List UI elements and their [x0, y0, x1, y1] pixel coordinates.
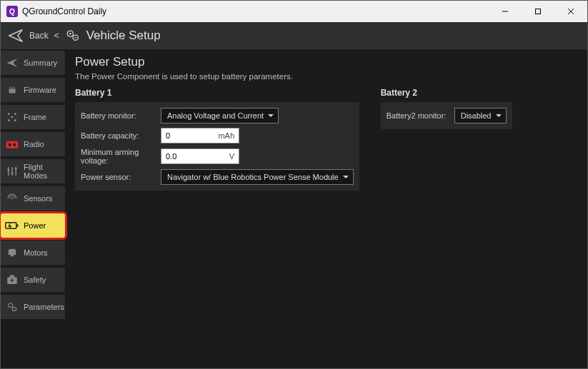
sidebar-item-sensors[interactable]: Sensors: [1, 186, 65, 211]
dropdown-value: Navigator w/ Blue Robotics Power Sense M…: [167, 173, 339, 181]
dropdown-value: Analog Voltage and Current: [167, 111, 264, 120]
sidebar-item-summary[interactable]: Summary: [1, 51, 65, 75]
gears-icon: [5, 300, 19, 314]
back-button[interactable]: Back: [29, 31, 49, 41]
sidebar-item-label: Firmware: [24, 86, 56, 94]
power-sensor-dropdown[interactable]: Navigator w/ Blue Robotics Power Sense M…: [161, 169, 354, 185]
battery1-heading: Battery 1: [75, 88, 359, 98]
sidebar-item-safety[interactable]: Safety: [1, 268, 65, 292]
svg-rect-28: [17, 224, 19, 226]
svg-point-5: [69, 33, 71, 35]
svg-point-15: [14, 119, 16, 121]
frame-icon: [5, 110, 19, 124]
battery1-section: Battery 1 Battery monitor: Analog Voltag…: [75, 88, 359, 191]
app-window: Q QGroundControl Daily Back < Vehicle Se…: [0, 0, 588, 369]
min-arming-voltage-label: Minimum arming voltage:: [81, 148, 161, 165]
sidebar-item-label: Radio: [24, 140, 44, 148]
app-body: Back < Vehicle Setup Summary Firmware Fr…: [1, 22, 587, 368]
sidebar-item-label: Motors: [24, 248, 48, 257]
sidebar-item-label: Summary: [24, 59, 57, 67]
page-title: Power Setup: [75, 55, 577, 69]
svg-point-23: [7, 168, 9, 171]
sidebar-item-firmware[interactable]: Firmware: [1, 78, 65, 102]
plane-icon: [5, 56, 19, 70]
sidebar-item-flight-modes[interactable]: Flight Modes: [1, 159, 65, 183]
svg-point-25: [15, 168, 17, 170]
sidebar-item-label: Power: [24, 221, 46, 230]
app-icon: Q: [6, 6, 18, 17]
gears-icon[interactable]: [65, 28, 81, 44]
battery-capacity-input[interactable]: 0mAh: [161, 128, 239, 143]
svg-rect-8: [9, 89, 16, 93]
main-panel: Power Setup The Power Component is used …: [65, 49, 587, 368]
medkit-icon: [5, 273, 19, 287]
sidebar-item-label: Frame: [24, 113, 46, 121]
chip-icon: [5, 83, 19, 97]
svg-point-18: [9, 143, 11, 146]
page-section-title: Vehicle Setup: [86, 29, 161, 43]
page-subtitle: The Power Component is used to setup bat…: [75, 72, 577, 81]
close-button[interactable]: [554, 1, 587, 22]
input-value: 0: [166, 131, 170, 140]
svg-point-12: [8, 113, 10, 115]
sidebar-item-label: Parameters: [24, 303, 64, 311]
content: Summary Firmware Frame Radio Flight Mode…: [1, 49, 587, 368]
sidebar: Summary Firmware Frame Radio Flight Mode…: [1, 49, 65, 368]
sidebar-item-label: Sensors: [24, 194, 52, 203]
svg-point-24: [11, 172, 14, 174]
battery-capacity-label: Battery capacity:: [81, 131, 161, 140]
sidebar-item-radio[interactable]: Radio: [1, 132, 65, 156]
plane-icon[interactable]: [8, 28, 24, 44]
columns: Battery 1 Battery monitor: Analog Voltag…: [75, 88, 577, 191]
minimize-button[interactable]: [489, 1, 522, 22]
radio-icon: [5, 137, 19, 151]
battery2-section: Battery 2 Battery2 monitor: Disabled: [381, 88, 512, 191]
battery2-heading: Battery 2: [381, 88, 512, 98]
svg-rect-31: [11, 255, 14, 256]
power-sensor-label: Power sensor:: [81, 173, 161, 181]
signal-icon: [5, 191, 19, 206]
battery2-monitor-dropdown[interactable]: Disabled: [454, 108, 507, 123]
sidebar-item-label: Safety: [24, 276, 46, 284]
svg-point-7: [74, 37, 76, 39]
svg-point-16: [11, 116, 14, 118]
battery2-monitor-label: Battery2 monitor:: [387, 111, 454, 120]
svg-point-36: [9, 303, 13, 308]
topbar: Back < Vehicle Setup: [1, 22, 587, 49]
svg-point-19: [13, 143, 16, 146]
svg-point-26: [11, 198, 13, 199]
maximize-button[interactable]: [522, 1, 554, 22]
battery-icon: [5, 218, 19, 233]
back-chevron: <: [54, 31, 59, 41]
window-title: QGroundControl Daily: [22, 6, 106, 16]
svg-rect-27: [6, 223, 16, 228]
dropdown-value: Disabled: [461, 111, 492, 120]
motor-icon: [5, 246, 19, 260]
svg-rect-30: [9, 251, 16, 255]
svg-rect-17: [6, 141, 19, 148]
input-value: 0.0: [166, 152, 176, 161]
sidebar-item-power[interactable]: Power: [1, 213, 65, 238]
input-unit: V: [229, 152, 234, 161]
min-arming-voltage-input[interactable]: 0.0V: [161, 148, 239, 164]
battery-monitor-label: Battery monitor:: [81, 111, 161, 120]
svg-rect-1: [536, 9, 541, 14]
svg-point-37: [12, 307, 16, 310]
svg-rect-33: [10, 275, 14, 277]
sidebar-item-frame[interactable]: Frame: [1, 105, 65, 129]
battery2-form: Battery2 monitor: Disabled: [381, 102, 512, 129]
sidebar-item-label: Flight Modes: [24, 163, 61, 180]
sidebar-item-parameters[interactable]: Parameters: [1, 295, 65, 319]
battery1-form: Battery monitor: Analog Voltage and Curr…: [75, 102, 359, 191]
sidebar-item-motors[interactable]: Motors: [1, 241, 65, 265]
svg-point-13: [14, 113, 16, 115]
sliders-icon: [5, 164, 19, 178]
battery-monitor-dropdown[interactable]: Analog Voltage and Current: [161, 108, 279, 123]
titlebar: Q QGroundControl Daily: [1, 1, 587, 22]
svg-point-14: [8, 119, 10, 121]
input-unit: mAh: [218, 131, 234, 140]
